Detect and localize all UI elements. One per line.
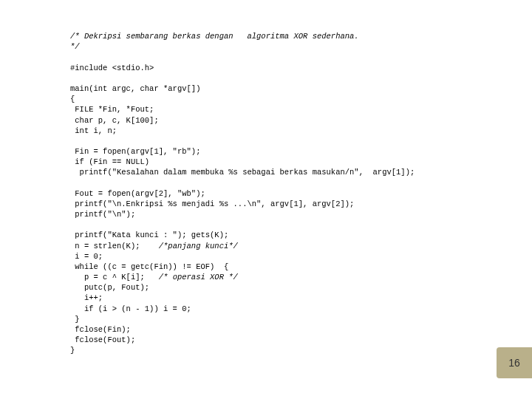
code-line: n = strlen(K); /*panjang kunci*/: [70, 242, 238, 250]
code-line: if (i > (n - 1)) i = 0;: [70, 304, 191, 313]
code-line: printf("\n.Enkripsi %s menjadi %s ...\n"…: [70, 200, 354, 208]
code-line: char p, c, K[100];: [70, 116, 159, 125]
code-line: Fin = fopen(argv[1], "rb");: [70, 147, 200, 156]
code-line: printf("Kesalahan dalam membuka %s sebag…: [70, 168, 415, 177]
code-line: i = 0;: [70, 252, 103, 261]
code-line: if (Fin == NULL): [70, 157, 149, 166]
page-number-badge: 16: [497, 347, 532, 378]
code-comment-close: */: [70, 42, 80, 51]
code-listing: /* Dekripsi sembarang berkas dengan algo…: [70, 21, 415, 356]
code-line: fclose(Fout);: [70, 335, 135, 344]
code-line: FILE *Fin, *Fout;: [70, 105, 154, 114]
code-line: fclose(Fin);: [70, 325, 131, 334]
code-line: p = c ^ K[i]; /* operasi XOR */: [70, 273, 238, 282]
code-comment-inline: /*panjang kunci*/: [159, 242, 238, 250]
code-line: int i, n;: [70, 126, 117, 135]
code-line: #include <stdio.h>: [70, 64, 154, 72]
code-line: Fout = fopen(argv[2], "wb");: [70, 189, 205, 198]
code-line: while ((c = getc(Fin)) != EOF) {: [70, 262, 228, 271]
code-line: main(int argc, char *argv[]): [70, 84, 200, 93]
code-comment: /* Dekripsi sembarang berkas dengan algo…: [70, 32, 359, 41]
code-comment-inline: /* operasi XOR */: [159, 273, 238, 282]
code-line: {: [70, 95, 75, 103]
code-line: printf("Kata kunci : "); gets(K);: [70, 231, 228, 239]
code-line: }: [70, 346, 75, 355]
code-line: putc(p, Fout);: [70, 283, 149, 292]
code-line: }: [70, 315, 80, 324]
code-line: i++;: [70, 293, 103, 302]
code-line: printf("\n");: [70, 210, 135, 219]
page-number: 16: [508, 357, 520, 369]
